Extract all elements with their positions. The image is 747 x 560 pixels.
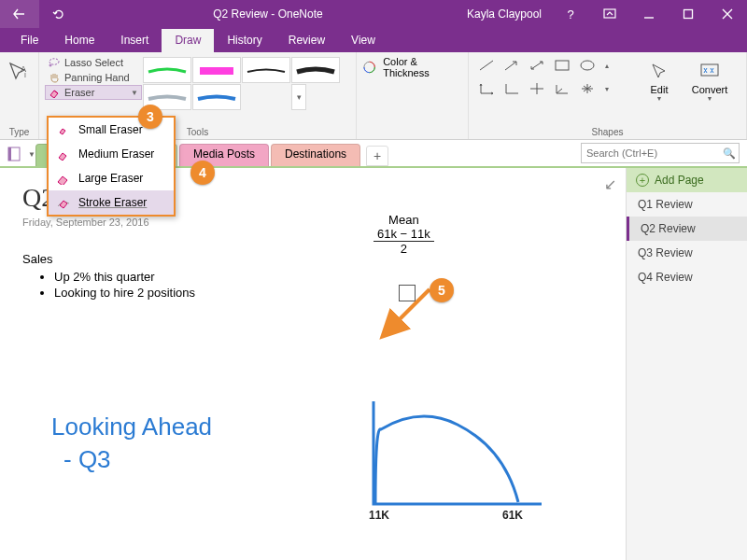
convert-icon [699,58,720,84]
callout-badge-4: 4 [190,161,215,185]
search-box[interactable]: 🔍 [581,143,740,163]
color-thickness-label: Color & Thickness [383,56,462,78]
tab-file[interactable]: File [7,29,51,52]
shape-axis-3d[interactable] [550,79,574,98]
shape-double-arrow[interactable] [525,56,549,75]
tab-home[interactable]: Home [51,29,107,52]
pen-blue[interactable] [192,84,241,110]
pages-pane: + Add Page Q1 Review Q2 Review Q3 Review… [626,168,747,560]
bullet-item: Looking to hire 2 positions [54,286,603,300]
close-button[interactable] [708,0,747,28]
eraser-option-stroke-label: Stroke Eraser [78,196,147,209]
xtick-11k: 11K [369,509,389,522]
lasso-select-label: Lasso Select [64,57,123,68]
pen-gallery-more[interactable]: ▾ [291,84,306,110]
convert-label: Convert [692,84,728,95]
chevron-down-icon: ▼ [656,95,663,102]
page-body[interactable]: Sales Up 2% this quarter Looking to hire… [22,252,603,300]
chevron-down-icon: ▼ [28,150,35,159]
eraser-option-small-label: Small Eraser [78,123,143,136]
minimize-button[interactable] [629,0,669,28]
back-button[interactable] [0,0,39,28]
svg-rect-8 [556,61,569,70]
user-name[interactable]: Kayla Claypool [458,7,551,21]
bullet-item: Up 2% this quarter [54,270,603,284]
undo-button[interactable] [39,0,78,28]
eraser-option-medium-label: Medium Eraser [78,147,154,161]
shape-axis-3[interactable] [525,79,549,98]
shape-more-row2[interactable]: ▾ [600,79,613,98]
mean-formula: Mean 61k − 11k 2 [374,213,434,257]
shape-arrow[interactable] [500,56,524,75]
chevron-down-icon: ▼ [707,95,713,102]
collapse-icon[interactable]: ↙ [604,175,616,193]
pen-black-thin[interactable] [242,57,290,83]
shape-ellipse[interactable] [575,56,599,75]
main-area: ↙ Q2 Review Friday, September 23, 2016 S… [0,168,747,560]
add-section-button[interactable]: + [366,146,388,166]
maximize-button[interactable] [669,0,708,28]
color-thickness-button[interactable]: Color & Thickness [362,56,462,78]
section-tab-2[interactable]: Media Posts [179,144,269,166]
tab-draw[interactable]: Draw [162,29,214,52]
handwriting-ink[interactable]: Looking Ahead - Q3 [51,411,212,476]
eraser-option-stroke[interactable]: Stroke Eraser [49,190,174,215]
eraser-icon [56,195,71,210]
search-icon[interactable]: 🔍 [720,147,739,160]
lasso-select-button[interactable]: Lasso Select [45,55,142,70]
eraser-option-large[interactable]: Large Eraser [49,166,174,190]
type-tool-button[interactable]: AI [7,61,32,89]
section-tab-3[interactable]: Destinations [271,144,360,166]
ink-chart[interactable]: 11K 61K [355,383,560,523]
svg-point-5 [49,64,51,66]
ribbon-group-shapes: ▴ ▾ Edit ▼ Convert ▼ Shapes [469,52,747,139]
ribbon-display-button[interactable] [590,0,629,28]
eraser-dropdown-button[interactable]: Eraser ▼ [45,85,142,100]
chevron-down-icon: ▼ [131,89,138,97]
tab-review[interactable]: Review [275,29,338,52]
edit-button[interactable]: Edit ▼ [635,56,684,102]
svg-rect-1 [684,10,693,19]
add-page-label: Add Page [655,174,704,187]
shape-line[interactable] [474,56,499,75]
shape-axis-more[interactable] [575,79,599,98]
pen-green-thin[interactable] [143,57,191,83]
page-date: Friday, September 23, 2016 [22,217,603,228]
tab-view[interactable]: View [338,29,388,52]
mean-numerator: 61k − 11k [374,227,434,242]
eraser-option-medium[interactable]: Medium Eraser [49,142,174,166]
notebook-dropdown[interactable]: ▼ [6,142,35,166]
ribbon-group-type: AI Type [0,52,39,139]
eraser-dropdown-menu: Small Eraser Medium Eraser Large Eraser … [47,116,176,217]
tab-history[interactable]: History [214,29,275,52]
title-bar: Q2 Review - OneNote Kayla Claypool ? [0,0,747,28]
page-item-q3[interactable]: Q3 Review [627,241,747,265]
shape-rect[interactable] [550,56,574,75]
tab-insert[interactable]: Insert [107,29,162,52]
help-button[interactable]: ? [551,0,590,28]
shape-axis-2[interactable] [500,79,524,98]
search-input[interactable] [582,147,720,159]
svg-point-9 [581,61,594,70]
pen-black-thick[interactable] [291,57,340,83]
pen-magenta-highlight[interactable] [192,57,241,83]
page-item-q1[interactable]: Q1 Review [627,192,747,217]
page-item-q4[interactable]: Q4 Review [627,265,747,289]
svg-rect-0 [604,9,615,18]
sales-heading: Sales [22,252,603,266]
page-canvas[interactable]: ↙ Q2 Review Friday, September 23, 2016 S… [0,168,626,560]
eraser-label: Eraser [64,87,94,98]
shape-axis-xy[interactable] [474,79,499,98]
page-item-q2[interactable]: Q2 Review [627,217,747,241]
eraser-icon [56,171,71,186]
eraser-option-large-label: Large Eraser [78,172,143,185]
panning-hand-label: Panning Hand [64,72,130,83]
convert-button[interactable]: Convert ▼ [685,56,734,102]
add-page-button[interactable]: + Add Page [627,168,747,192]
pages-list: Q1 Review Q2 Review Q3 Review Q4 Review [627,192,747,289]
shape-more-row1[interactable]: ▴ [600,56,613,75]
shape-gallery: ▴ ▾ [474,56,633,102]
eraser-icon [56,122,71,137]
window-title: Q2 Review - OneNote [78,7,458,21]
panning-hand-button[interactable]: Panning Hand [45,70,142,85]
